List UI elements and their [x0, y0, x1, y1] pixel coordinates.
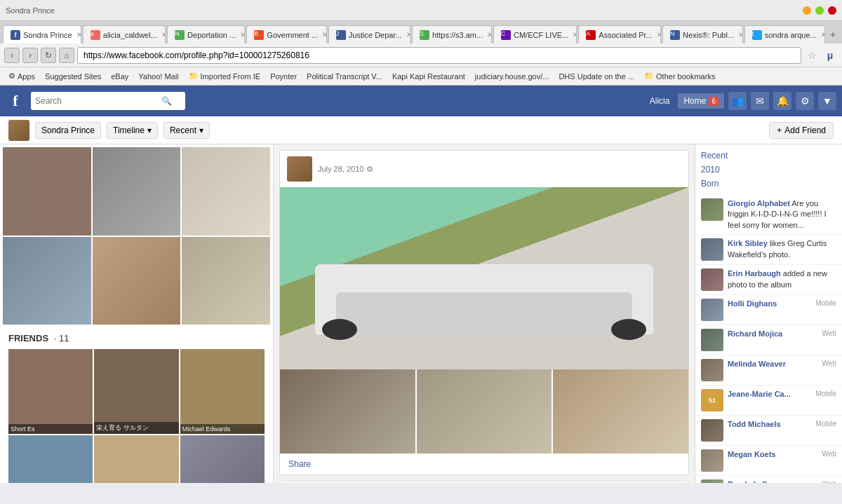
share-button-1[interactable]: Share — [280, 454, 688, 475]
fb-notifications-icon[interactable]: 🔔 — [773, 92, 791, 110]
profile-name-button[interactable]: Sondra Prince — [35, 122, 101, 139]
activity-name-megan[interactable]: Megan Koets — [728, 450, 775, 458]
new-tab-button[interactable]: + — [827, 25, 839, 43]
tab-favicon-3: N — [175, 30, 185, 40]
friend-cell-short-es[interactable]: Short Es — [8, 349, 93, 433]
post-main-image[interactable] — [280, 187, 688, 369]
friend-cell-michael[interactable]: Michael Edwards — [180, 349, 265, 433]
bookmark-other-label: Other bookmarks — [656, 72, 715, 81]
add-friend-icon: + — [777, 125, 782, 135]
recent-button[interactable]: Recent ▾ — [163, 122, 210, 139]
address-bar[interactable] — [77, 47, 801, 64]
bookmark-ebay[interactable]: eBay — [108, 71, 131, 82]
tab-cmecf[interactable]: C CM/ECF LIVE... ✕ — [493, 25, 577, 43]
activity-platform-megan: Web — [822, 449, 836, 459]
title-bar: Sondra Prince — [0, 0, 842, 21]
tab-ap[interactable]: A Associated Pr... ✕ — [578, 25, 661, 43]
post-sub-image-2[interactable] — [417, 369, 552, 454]
activity-name-giorgio[interactable]: Giorgio Alphabet — [728, 199, 790, 207]
activity-name-jeane[interactable]: Jeane-Marie Ca... — [728, 390, 791, 398]
photo-cell-6[interactable] — [182, 237, 270, 325]
activity-avatar-randy — [701, 479, 723, 483]
bookmark-dhs[interactable]: DHS Update on the ... — [556, 71, 637, 82]
activity-text-todd: Todd Michaels Mobile — [728, 419, 836, 430]
tab-alicia[interactable]: a alicia_caldwel... ✕ — [83, 25, 166, 43]
photo-cell-3[interactable] — [182, 147, 270, 236]
bookmark-imported-ie[interactable]: 📁 Imported From IE — [186, 70, 264, 82]
friends-grid: Short Es 栄え育る サルタン Michael Edwards Israe… — [8, 349, 265, 483]
photo-cell-5[interactable] — [93, 237, 181, 325]
tab-deportation[interactable]: N Deportation ... ✕ — [167, 25, 245, 43]
tab-label-10: sondra arque... — [765, 31, 817, 39]
star-button[interactable]: ☆ — [804, 48, 820, 63]
tab-justice[interactable]: J Justice Depar... ✕ — [328, 25, 410, 43]
minimize-button[interactable] — [803, 6, 811, 15]
fb-messages-icon[interactable]: ✉ — [751, 92, 769, 110]
friend-name-short-es: Short Es — [8, 424, 93, 434]
bookmark-suggested[interactable]: Suggested Sites — [42, 71, 104, 82]
fb-settings-icon[interactable]: ⚙ — [796, 92, 814, 110]
bookmark-transcript[interactable]: Political Transcript V... — [304, 71, 385, 82]
post-sub-image-1[interactable] — [280, 369, 415, 454]
add-friend-button[interactable]: + Add Friend — [769, 122, 834, 139]
tab-close-1[interactable]: ✕ — [76, 31, 81, 39]
tab-s3[interactable]: S https://s3.am... ✕ — [412, 25, 492, 43]
bookmark-other[interactable]: 📁 Other bookmarks — [641, 70, 718, 82]
back-button[interactable]: ‹ — [4, 48, 20, 63]
photo-cell-1[interactable] — [3, 147, 91, 236]
activity-name-erin[interactable]: Erin Harbaugh — [728, 269, 781, 278]
year-2010-link[interactable]: 2010 — [701, 163, 836, 177]
tab-close-10[interactable]: ✕ — [821, 31, 826, 39]
activity-item-todd: Todd Michaels Mobile — [695, 416, 842, 446]
fb-help-icon[interactable]: ▼ — [818, 92, 836, 110]
reload-button[interactable]: ↻ — [41, 48, 56, 63]
activity-name-kirk[interactable]: Kirk Sibley — [728, 239, 768, 247]
fb-search-input[interactable] — [35, 96, 161, 106]
activity-name-todd[interactable]: Todd Michaels — [728, 420, 781, 428]
activity-name-richard[interactable]: Richard Mojica — [728, 329, 782, 338]
recent-chevron: ▾ — [199, 125, 203, 135]
activity-name-randy[interactable]: Randy LaFaye — [728, 480, 780, 483]
bookmarks-bar: ⚙ Apps Suggested Sites eBay Yahoo! Mail … — [0, 67, 842, 86]
maximize-button[interactable] — [815, 6, 824, 15]
tab-close-4[interactable]: ✕ — [322, 31, 327, 39]
born-link[interactable]: Born — [701, 177, 836, 191]
tab-close-2[interactable]: ✕ — [161, 31, 166, 39]
tab-close-5[interactable]: ✕ — [406, 31, 410, 39]
bookmark-judiciary-label: judiciary.house.gov/... — [475, 72, 549, 81]
post-sub-image-3[interactable] — [553, 369, 688, 454]
tab-close-8[interactable]: ✕ — [657, 31, 661, 39]
friend-cell-israel[interactable]: Israel Izzybaby Garcia Jr. — [8, 435, 93, 483]
fb-nav-user[interactable]: Alicia — [646, 93, 674, 109]
friend-cell-briannah[interactable]: Briannah Sullivan Webb — [94, 435, 178, 483]
friend-cell-laura[interactable]: Laura Rivage — [180, 435, 265, 483]
photo-cell-2[interactable] — [93, 147, 181, 236]
tab-close-3[interactable]: ✕ — [240, 31, 245, 39]
fb-search-icon[interactable]: 🔍 — [161, 96, 172, 106]
bookmark-kapi[interactable]: Kapi Kapi Restaurant — [389, 71, 468, 82]
tab-close-6[interactable]: ✕ — [487, 31, 492, 39]
tab-close-9[interactable]: ✕ — [738, 31, 743, 39]
tab-government[interactable]: B Government ... ✕ — [246, 25, 327, 43]
close-button[interactable] — [828, 6, 836, 15]
bookmark-poynter[interactable]: Poynter — [267, 71, 300, 82]
bookmark-apps[interactable]: ⚙ Apps — [6, 70, 38, 82]
activity-avatar-giorgio — [701, 198, 723, 221]
timeline-button[interactable]: Timeline ▾ — [107, 122, 158, 139]
tab-sondra-prince[interactable]: f Sondra Prince ✕ — [3, 25, 81, 43]
fb-home-button[interactable]: Home 6 — [678, 93, 724, 109]
tab-nexis[interactable]: N Nexis®: Publ... ✕ — [662, 25, 743, 43]
photo-cell-4[interactable] — [3, 237, 91, 325]
fb-friends-icon[interactable]: 👥 — [728, 92, 747, 110]
tab-sondra-twitter[interactable]: t sondra arque... ✕ — [744, 25, 826, 43]
bookmark-yahoo-mail[interactable]: Yahoo! Mail — [135, 71, 181, 82]
bookmark-judiciary[interactable]: judiciary.house.gov/... — [472, 71, 552, 82]
tab-close-7[interactable]: ✕ — [573, 31, 577, 39]
activity-name-holli[interactable]: Holli Dighans — [728, 299, 777, 308]
activity-name-melinda[interactable]: Melinda Weaver — [728, 360, 786, 368]
ublock-icon[interactable]: μ — [822, 48, 838, 63]
home-button[interactable]: ⌂ — [59, 48, 74, 63]
friend-cell-sultan[interactable]: 栄え育る サルタン — [94, 349, 178, 433]
forward-button[interactable]: › — [22, 48, 38, 63]
recent-link[interactable]: Recent — [701, 149, 836, 163]
